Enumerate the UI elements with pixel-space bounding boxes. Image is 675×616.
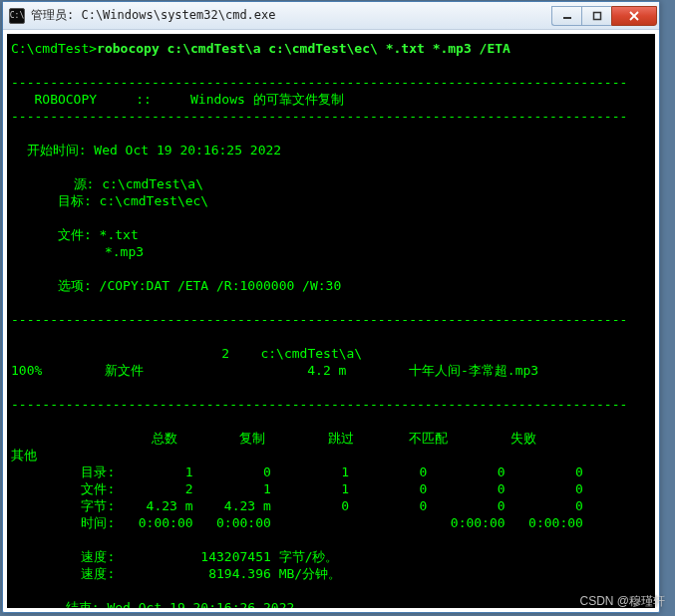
start-time-label: 开始时间:: [11, 143, 86, 157]
summary-row-time: 时间: 0:00:00 0:00:00 0:00:00 0:00:00: [11, 515, 583, 530]
titlebar[interactable]: C:\ 管理员: C:\Windows\system32\cmd.exe: [3, 2, 659, 30]
maximize-button[interactable]: [581, 6, 611, 26]
speed-line-2: 速度: 8194.396 MB/分钟。: [11, 566, 341, 581]
options-label: 选项:: [11, 278, 92, 293]
svg-rect-1: [593, 12, 600, 19]
files-value-2: *.mp3: [11, 244, 144, 259]
divider: ----------------------------------------…: [11, 75, 627, 90]
minimize-button[interactable]: [551, 6, 581, 26]
window-title: 管理员: C:\Windows\system32\cmd.exe: [31, 7, 551, 24]
source-label: 源:: [11, 176, 94, 191]
window-controls: [551, 6, 657, 26]
speed-line-1: 速度: 143207451 字节/秒。: [11, 549, 338, 564]
files-value-1: *.txt: [92, 227, 139, 242]
prompt: C:\cmdTest>: [11, 41, 97, 56]
start-time-value: Wed Oct 19 20:16:25 2022: [86, 143, 281, 157]
summary-extra: 其他: [11, 448, 37, 462]
close-button[interactable]: [611, 6, 657, 26]
summary-row-files: 文件: 2 1 1 0 0 0: [11, 481, 583, 496]
progress-line: 100% 新文件 4.2 m 十年人间-李常超.mp3: [11, 363, 538, 378]
options-value: /COPY:DAT /ETA /R:1000000 /W:30: [92, 278, 341, 293]
end-label: 结束:: [11, 600, 100, 608]
source-value: c:\cmdTest\a\: [94, 176, 203, 191]
dest-label: 目标:: [11, 193, 92, 208]
dir-listing: 2 c:\cmdTest\a\: [11, 346, 362, 361]
cmd-icon: C:\: [9, 8, 25, 24]
command-text: robocopy c:\cmdTest\a c:\cmdTest\ec\ *.t…: [97, 41, 510, 56]
terminal-client-area[interactable]: C:\cmdTest>robocopy c:\cmdTest\a c:\cmdT…: [7, 34, 655, 608]
terminal-output: C:\cmdTest>robocopy c:\cmdTest\a c:\cmdT…: [11, 40, 651, 608]
divider: ----------------------------------------…: [11, 312, 627, 327]
summary-row-bytes: 字节: 4.23 m 4.23 m 0 0 0 0: [11, 498, 583, 513]
end-time-value: Wed Oct 19 20:16:26 2022: [100, 600, 295, 608]
watermark: CSDN @穆瑾轩: [579, 593, 665, 610]
summary-header: 总数 复制 跳过 不匹配 失败: [11, 431, 536, 446]
files-label: 文件:: [11, 227, 92, 242]
divider: ----------------------------------------…: [11, 397, 627, 412]
robocopy-header: ROBOCOPY :: Windows 的可靠文件复制: [11, 92, 577, 107]
summary-row-dirs: 目录: 1 0 1 0 0 0: [11, 464, 583, 479]
divider: ----------------------------------------…: [11, 109, 627, 124]
dest-value: c:\cmdTest\ec\: [92, 193, 208, 208]
cmd-window: C:\ 管理员: C:\Windows\system32\cmd.exe C:\…: [2, 1, 660, 613]
